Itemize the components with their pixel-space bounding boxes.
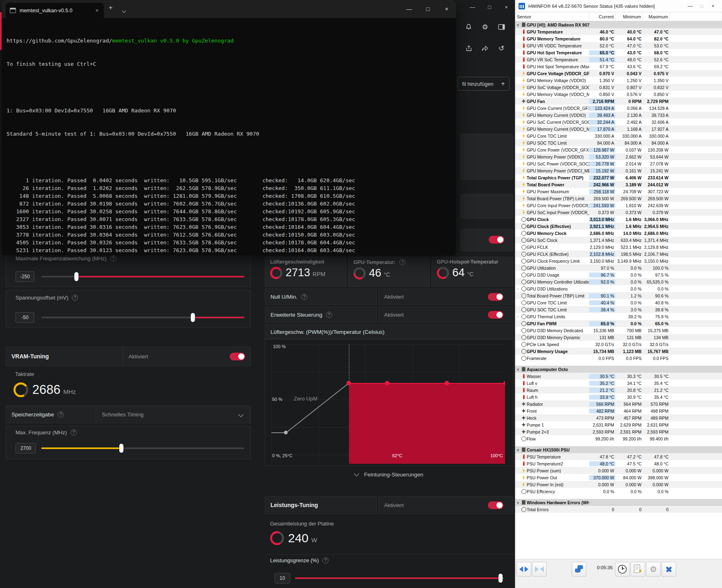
adrenalin-close-button[interactable]: × [499,2,513,12]
sensor-row[interactable]: PSU Temperature2 48.0 °C 47.5 °C 48.0 °C [515,460,722,467]
help-icon[interactable]: ? [71,429,77,436]
tab-close-icon[interactable]: × [94,7,100,13]
max-frequency-value[interactable]: 2700 [16,443,36,454]
sensor-row[interactable]: PSU Power Out 370.000 W 84.000 W 398.000… [515,474,722,481]
sensor-row[interactable]: Luft h 33.9 °C 30.9 °C 35.4 °C [515,393,722,400]
fan-curve-point-3[interactable] [445,381,449,385]
sensor-row[interactable]: GPU Core Current (VDDCR_GFX) 133.424 A 0… [515,105,722,112]
sensor-row[interactable]: PSU Power (sum) 0.000 W 0.000 W 0.000 W [515,467,722,474]
column-header-current[interactable]: Current [589,12,615,21]
notifications-bell-icon[interactable] [462,21,476,33]
voltage-offset-value[interactable]: -50 [16,312,34,323]
sensor-row[interactable]: GPU Core Input Power (VDDCR_GFX) 241.593… [515,202,722,209]
sensor-row[interactable]: GPU SOC TDC Limit 84.000 A 84.000 A 84.0… [515,139,722,146]
settings-gear-icon[interactable]: ⚙ [478,21,492,33]
sensor-row[interactable]: GPU Core Power (VDDCR_GFX) 128.987 W 0.0… [515,146,722,153]
report-button[interactable] [630,562,645,577]
sensor-row[interactable]: Pumpe 1 2,631 RPM 2,629 RPM 2,631 RPM [515,421,722,428]
help-icon[interactable]: ? [322,557,329,563]
row-chevron-icon[interactable]: ∨ [515,367,521,371]
sensor-row[interactable]: GPU Memory Power (VDDIO) 53.320 W 2.662 … [515,153,722,160]
sensor-row[interactable]: GPU Fan 2,716 RPM 0 RPM 2,729 RPM [515,98,722,105]
reset-history-icon[interactable]: ↺ [494,42,508,54]
sensor-row[interactable] [515,442,722,446]
expand-columns-button[interactable] [516,562,531,577]
sensor-row[interactable]: ∨ Corsair HX1500i PSU [515,446,722,453]
zero-rpm-point[interactable] [284,431,288,434]
sensor-row[interactable]: GPU Core TDC Limit 330.000 A 330.000 A 3… [515,132,722,139]
sensor-row[interactable]: Flow 99.200 l/h 99.200 l/h 99.400 l/h [515,435,722,442]
sensor-row[interactable] [515,495,722,499]
sensor-row[interactable]: Heck 473 RPM 457 RPM 489 RPM [515,414,722,421]
share-icon[interactable] [478,42,492,54]
sensor-row[interactable]: GPU Utilization 97.0 % 0.0 % 100.0 % [515,264,722,271]
sensor-row[interactable]: GPU FCLK (Effective) 2,102.8 MHz 198.5 M… [515,250,722,257]
sensor-row[interactable]: GPU SoC Power (VDDCR_SOC) 26.778 W 2.014… [515,160,722,167]
sensor-row[interactable]: Raum 21.2 °C 20.8 °C 21.2 °C [515,387,722,393]
sensor-row[interactable]: Wasser 30.5 °C 30.3 °C 30.5 °C [515,373,722,380]
sensor-row[interactable]: Luft v 35.2 °C 34.1 °C 35.4 °C [515,380,722,387]
hwinfo-close-button[interactable]: × [707,2,719,11]
fan-curve-point-1[interactable] [346,381,351,385]
sensor-row[interactable]: PSU Efficiency 0.0 % 0.0 % 0.0 % [515,488,722,495]
add-profile-button[interactable]: fil hinzufügen + [458,77,510,91]
max-frequency-slider-handle[interactable] [119,444,123,453]
sensor-row[interactable]: GPU Core Voltage (VDDCR_GFX) 0.970 V 0.0… [515,70,722,77]
sensor-row[interactable] [515,362,722,366]
sensor-row[interactable]: GPU Temperature 46.0 °C 40.0 °C 47.0 °C [515,28,722,35]
sensor-row[interactable]: GPU Memory Current (VDDCI_MEM) 17.870 A … [515,125,722,132]
background-toggle[interactable] [489,236,504,244]
sensor-row[interactable]: GPU FCLK 2,129.0 MHz 523.1 MHz 2,129.8 M… [515,244,722,250]
memory-timing-select-value[interactable]: Schnelles Timing [102,411,143,418]
row-chevron-icon[interactable]: › [515,315,521,319]
vram-tuning-toggle[interactable] [230,353,245,360]
row-chevron-icon[interactable]: ∨ [515,23,521,27]
chevron-down-icon[interactable] [238,412,244,417]
sensor-row[interactable]: ∨ Aquacomputer Octo [515,366,722,373]
sensor-row[interactable]: GPU D3D Usage 96.7 % 0.0 % 97.5 % [515,271,722,278]
sensor-row[interactable]: › GPU D3D Utilizations 0.0 % 0.0 % [515,285,722,292]
column-header-minimum[interactable]: Minimum [615,12,643,21]
sensor-row[interactable]: GPU SoC Voltage (VDDCR_SOC) 0.831 V 0.80… [515,84,722,91]
row-chevron-icon[interactable]: › [515,287,521,291]
sensor-row[interactable]: ∨ GPU [#0]: AMD Radeon RX 9070 [515,21,722,28]
sensor-row[interactable]: Total Board Power 242.966 W 3.189 W 244.… [515,181,722,188]
sensor-row[interactable]: › GPU Thermal Limits 39.2 % 75.9 % [515,313,722,320]
sensor-row[interactable]: GPU SoC Clock 1,371.4 MHz 633.4 MHz 1,37… [515,237,722,244]
voltage-offset-slider-handle[interactable] [191,313,195,322]
sensor-row[interactable]: Front 482 RPM 464 RPM 498 RPM [515,407,722,414]
sensor-row[interactable]: GPU Power Maximum 298.118 W 24.709 W 307… [515,188,722,195]
sensor-row[interactable]: GPU Core TDC Limit 40.4 % 0.0 % 40.8 % [515,299,722,306]
collapse-columns-button[interactable] [532,562,547,577]
help-icon[interactable]: ? [110,255,116,262]
power-limit-value[interactable]: 10 [275,573,290,584]
sensor-row[interactable]: PSU Power In (est) 0.000 W 0.000 W 0.000… [515,481,722,488]
terminal-minimize-button[interactable]: — [400,0,418,18]
sensor-row[interactable]: Total Board Power (TBP) Limit 90.1 % 1.2… [515,292,722,299]
hwinfo-minimize-button[interactable]: — [684,2,696,11]
power-tuning-toggle[interactable] [488,501,503,509]
fan-curve-point-2[interactable] [385,381,389,385]
power-limit-slider-handle[interactable] [498,574,503,583]
sensor-row[interactable]: GPU Memory Usage 15,734 MB 1,123 MB 15,7… [515,348,722,355]
new-tab-button[interactable]: + [109,4,112,11]
adrenalin-maximize-button[interactable]: □ [483,2,496,12]
clock-button[interactable] [615,562,630,577]
max-frequency-offset-slider-handle[interactable] [74,272,78,281]
sensor-row[interactable]: Total Board Power (TBP) Limit 269.500 W … [515,195,722,202]
fine-tuning-expander[interactable]: Feintuning-Steuerungen [265,467,513,481]
sensor-row[interactable]: GPU Memory Current (VDDIO) 39.493 A 2.13… [515,112,722,118]
sensor-row[interactable]: GPU Memory Voltage (VDDCI_MEM) 0.850 V 0… [515,91,722,98]
sensor-row[interactable]: Framerate 0.0 FPS 0.0 FPS 0.0 FPS [515,355,722,362]
sensor-row[interactable]: GPU Hot Spot Temperature (Max) 67.9 °C 4… [515,63,722,70]
sensor-row[interactable]: GPU Clock 3,013.0 MHz 1.6 MHz 3,066.0 MH… [515,216,722,223]
export-icon[interactable] [462,42,476,54]
sensor-row[interactable]: GPU SOC TDC Limit 38.4 % 3.0 % 38.8 % [515,306,722,313]
sensor-row[interactable]: GPU D3D Memory Dynamic 131 MB 131 MB 134… [515,334,722,341]
sensor-row[interactable]: GPU Clock Frequency Limit 3,150.0 MHz 3,… [515,257,722,264]
sensor-row[interactable]: GPU D3D Memory Dedicated 15,336 MB 700 M… [515,327,722,334]
column-header-sensor[interactable]: Sensor [515,12,589,21]
column-header-maximum[interactable]: Maximum [643,12,670,21]
terminal-tab[interactable]: memtest_vulkan-v0.5.0 × [6,3,104,18]
collapse-panel-icon[interactable] [494,21,508,33]
